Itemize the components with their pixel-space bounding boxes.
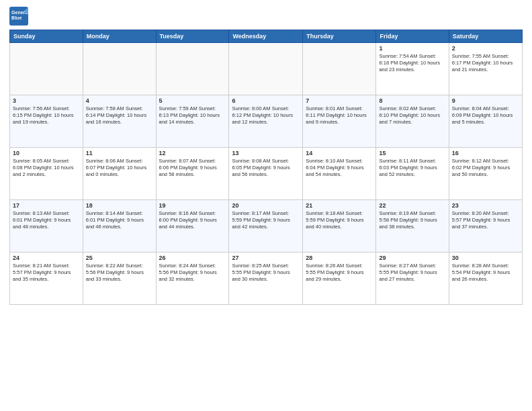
day-info: Sunrise: 8:13 AM Sunset: 6:01 PM Dayligh… (13, 210, 80, 230)
calendar-cell: 28Sunrise: 8:26 AM Sunset: 5:55 PM Dayli… (303, 253, 376, 305)
day-info: Sunrise: 8:17 AM Sunset: 5:59 PM Dayligh… (232, 210, 300, 230)
calendar-cell: 22Sunrise: 8:19 AM Sunset: 5:58 PM Dayli… (376, 200, 449, 253)
calendar: SundayMondayTuesdayWednesdayThursdayFrid… (9, 30, 523, 305)
day-info: Sunrise: 7:55 AM Sunset: 6:17 PM Dayligh… (452, 53, 519, 73)
day-number: 23 (452, 202, 519, 209)
calendar-cell: 5Sunrise: 7:59 AM Sunset: 6:13 PM Daylig… (156, 95, 229, 148)
day-number: 24 (13, 255, 80, 261)
day-number: 11 (86, 150, 153, 156)
day-number: 3 (13, 97, 80, 104)
calendar-cell: 7Sunrise: 8:01 AM Sunset: 6:11 PM Daylig… (303, 95, 376, 148)
day-info: Sunrise: 8:20 AM Sunset: 5:57 PM Dayligh… (452, 210, 519, 230)
day-number: 30 (452, 255, 519, 261)
logo: General Blue (9, 7, 31, 26)
day-info: Sunrise: 8:06 AM Sunset: 6:07 PM Dayligh… (86, 158, 153, 178)
day-number: 26 (159, 255, 226, 261)
day-number: 25 (86, 255, 153, 261)
calendar-cell: 27Sunrise: 8:25 AM Sunset: 5:55 PM Dayli… (229, 253, 303, 305)
weekday-header-monday: Monday (83, 30, 156, 43)
day-number: 9 (452, 97, 519, 104)
day-info: Sunrise: 8:12 AM Sunset: 6:02 PM Dayligh… (452, 158, 519, 178)
day-info: Sunrise: 8:11 AM Sunset: 6:03 PM Dayligh… (379, 158, 445, 178)
day-info: Sunrise: 8:10 AM Sunset: 6:04 PM Dayligh… (306, 158, 373, 178)
day-info: Sunrise: 8:00 AM Sunset: 6:12 PM Dayligh… (232, 105, 300, 126)
calendar-cell (83, 43, 156, 95)
calendar-cell: 15Sunrise: 8:11 AM Sunset: 6:03 PM Dayli… (376, 148, 449, 200)
weekday-header-sunday: Sunday (10, 30, 83, 43)
day-info: Sunrise: 8:02 AM Sunset: 6:10 PM Dayligh… (379, 105, 445, 126)
calendar-cell: 26Sunrise: 8:24 AM Sunset: 5:56 PM Dayli… (156, 253, 229, 305)
day-number: 14 (306, 150, 373, 156)
calendar-cell: 21Sunrise: 8:18 AM Sunset: 5:59 PM Dayli… (303, 200, 376, 253)
day-number: 22 (379, 202, 445, 209)
svg-text:Blue: Blue (11, 15, 21, 20)
day-number: 1 (379, 45, 445, 52)
calendar-cell: 3Sunrise: 7:56 AM Sunset: 6:15 PM Daylig… (10, 95, 83, 148)
day-number: 18 (86, 202, 153, 209)
day-info: Sunrise: 8:27 AM Sunset: 5:55 PM Dayligh… (379, 263, 445, 283)
calendar-cell: 17Sunrise: 8:13 AM Sunset: 6:01 PM Dayli… (10, 200, 83, 253)
day-number: 19 (159, 202, 226, 209)
day-number: 27 (232, 255, 300, 261)
day-number: 12 (159, 150, 226, 156)
day-number: 8 (379, 97, 445, 104)
weekday-header-tuesday: Tuesday (156, 30, 229, 43)
calendar-cell (10, 43, 83, 95)
calendar-cell: 2Sunrise: 7:55 AM Sunset: 6:17 PM Daylig… (449, 43, 522, 95)
calendar-cell: 16Sunrise: 8:12 AM Sunset: 6:02 PM Dayli… (449, 148, 522, 200)
day-info: Sunrise: 8:28 AM Sunset: 5:54 PM Dayligh… (452, 263, 519, 283)
calendar-cell: 9Sunrise: 8:04 AM Sunset: 6:09 PM Daylig… (449, 95, 522, 148)
day-number: 4 (86, 97, 153, 104)
day-number: 10 (13, 150, 80, 156)
logo-icon: General Blue (9, 7, 28, 26)
day-info: Sunrise: 7:59 AM Sunset: 6:13 PM Dayligh… (159, 105, 226, 126)
calendar-cell: 18Sunrise: 8:14 AM Sunset: 6:01 PM Dayli… (83, 200, 156, 253)
calendar-cell: 23Sunrise: 8:20 AM Sunset: 5:57 PM Dayli… (449, 200, 522, 253)
calendar-cell: 1Sunrise: 7:54 AM Sunset: 6:18 PM Daylig… (376, 43, 449, 95)
day-info: Sunrise: 8:21 AM Sunset: 5:57 PM Dayligh… (13, 263, 80, 283)
day-info: Sunrise: 8:08 AM Sunset: 6:05 PM Dayligh… (232, 158, 300, 178)
weekday-header-thursday: Thursday (303, 30, 376, 43)
day-number: 16 (452, 150, 519, 156)
day-number: 20 (232, 202, 300, 209)
day-number: 2 (452, 45, 519, 52)
day-info: Sunrise: 8:19 AM Sunset: 5:58 PM Dayligh… (379, 210, 445, 230)
day-number: 13 (232, 150, 300, 156)
day-info: Sunrise: 8:05 AM Sunset: 6:08 PM Dayligh… (13, 158, 80, 178)
day-number: 5 (159, 97, 226, 104)
calendar-cell: 6Sunrise: 8:00 AM Sunset: 6:12 PM Daylig… (229, 95, 303, 148)
calendar-cell: 10Sunrise: 8:05 AM Sunset: 6:08 PM Dayli… (10, 148, 83, 200)
day-info: Sunrise: 8:16 AM Sunset: 6:00 PM Dayligh… (159, 210, 226, 230)
calendar-cell (229, 43, 303, 95)
day-info: Sunrise: 7:56 AM Sunset: 6:15 PM Dayligh… (13, 105, 80, 126)
day-number: 29 (379, 255, 445, 261)
day-number: 21 (306, 202, 373, 209)
calendar-cell: 11Sunrise: 8:06 AM Sunset: 6:07 PM Dayli… (83, 148, 156, 200)
calendar-cell: 30Sunrise: 8:28 AM Sunset: 5:54 PM Dayli… (449, 253, 522, 305)
calendar-cell (303, 43, 376, 95)
calendar-cell (156, 43, 229, 95)
day-number: 15 (379, 150, 445, 156)
weekday-header-wednesday: Wednesday (229, 30, 303, 43)
calendar-cell: 25Sunrise: 8:22 AM Sunset: 5:56 PM Dayli… (83, 253, 156, 305)
day-number: 6 (232, 97, 300, 104)
day-info: Sunrise: 7:54 AM Sunset: 6:18 PM Dayligh… (379, 53, 445, 73)
day-number: 17 (13, 202, 80, 209)
weekday-header-saturday: Saturday (449, 30, 522, 43)
weekday-header-friday: Friday (376, 30, 449, 43)
calendar-cell: 14Sunrise: 8:10 AM Sunset: 6:04 PM Dayli… (303, 148, 376, 200)
day-number: 28 (306, 255, 373, 261)
calendar-cell: 12Sunrise: 8:07 AM Sunset: 6:06 PM Dayli… (156, 148, 229, 200)
day-info: Sunrise: 8:25 AM Sunset: 5:55 PM Dayligh… (232, 263, 300, 283)
day-info: Sunrise: 8:04 AM Sunset: 6:09 PM Dayligh… (452, 105, 519, 126)
day-info: Sunrise: 7:58 AM Sunset: 6:14 PM Dayligh… (86, 105, 153, 126)
day-info: Sunrise: 8:01 AM Sunset: 6:11 PM Dayligh… (306, 105, 373, 126)
day-number: 7 (306, 97, 373, 104)
day-info: Sunrise: 8:14 AM Sunset: 6:01 PM Dayligh… (86, 210, 153, 230)
calendar-cell: 20Sunrise: 8:17 AM Sunset: 5:59 PM Dayli… (229, 200, 303, 253)
day-info: Sunrise: 8:18 AM Sunset: 5:59 PM Dayligh… (306, 210, 373, 230)
day-info: Sunrise: 8:07 AM Sunset: 6:06 PM Dayligh… (159, 158, 226, 178)
calendar-cell: 29Sunrise: 8:27 AM Sunset: 5:55 PM Dayli… (376, 253, 449, 305)
calendar-cell: 8Sunrise: 8:02 AM Sunset: 6:10 PM Daylig… (376, 95, 449, 148)
day-info: Sunrise: 8:26 AM Sunset: 5:55 PM Dayligh… (306, 263, 373, 283)
